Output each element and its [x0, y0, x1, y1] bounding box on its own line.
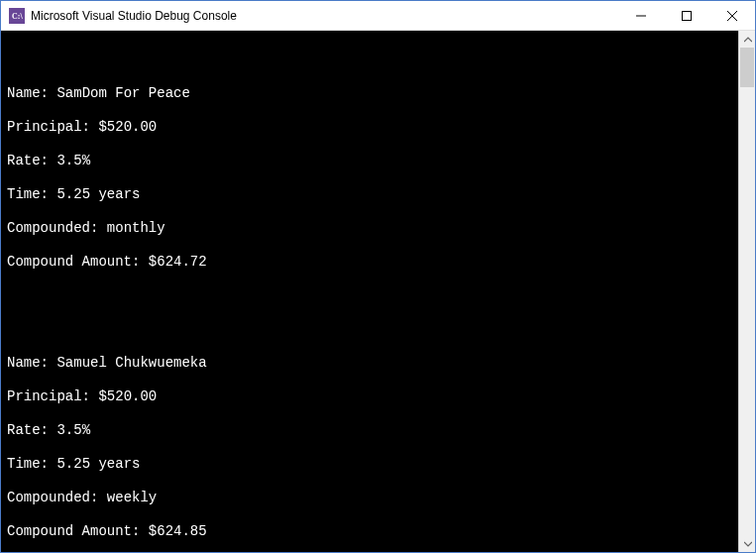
label-compounded: Compounded: — [7, 490, 107, 505]
output-line: Rate: 3.5% — [7, 422, 734, 439]
label-time: Time: — [7, 186, 56, 202]
minimize-button[interactable] — [618, 1, 664, 31]
label-compounded: Compounded: — [7, 220, 107, 236]
label-rate: Rate: — [7, 422, 56, 438]
output-line: Name: SamDom For Peace — [7, 85, 734, 102]
scroll-thumb[interactable] — [740, 48, 754, 87]
output-line: Time: 5.25 years — [7, 456, 734, 473]
value-name: Samuel Chukwuemeka — [56, 355, 206, 371]
output-line: Compound Amount: $624.85 — [7, 523, 734, 540]
console-area: Name: SamDom For Peace Principal: $520.0… — [1, 31, 755, 552]
label-amount: Compound Amount: — [7, 254, 149, 270]
close-button[interactable] — [709, 1, 755, 31]
app-vs-console-icon: C:\ — [9, 8, 25, 24]
output-line: Principal: $520.00 — [7, 388, 734, 405]
label-time: Time: — [7, 456, 56, 472]
output-line: Time: 5.25 years — [7, 186, 734, 203]
blank-line — [7, 287, 734, 304]
label-name: Name: — [7, 85, 56, 101]
label-rate: Rate: — [7, 153, 56, 168]
value-amount: $624.85 — [149, 523, 207, 539]
value-principal: $520.00 — [98, 388, 157, 404]
titlebar[interactable]: C:\ Microsoft Visual Studio Debug Consol… — [1, 1, 755, 31]
svg-rect-3 — [683, 11, 692, 20]
output-line: Compounded: weekly — [7, 490, 734, 506]
value-principal: $520.00 — [98, 119, 157, 135]
blank-line — [7, 321, 734, 338]
label-principal: Principal: — [7, 119, 98, 135]
blank-line — [7, 52, 734, 68]
scroll-down-arrow-icon[interactable] — [739, 535, 755, 552]
value-compounded: weekly — [107, 490, 157, 505]
maximize-button[interactable] — [664, 1, 709, 31]
value-time: 5.25 years — [56, 186, 140, 202]
value-time: 5.25 years — [56, 456, 140, 472]
label-principal: Principal: — [7, 388, 98, 404]
svg-text:C:\: C:\ — [12, 12, 23, 21]
value-name: SamDom For Peace — [56, 85, 189, 101]
window-title: Microsoft Visual Studio Debug Console — [31, 9, 237, 23]
label-amount: Compound Amount: — [7, 523, 149, 539]
value-rate: 3.5% — [56, 153, 90, 168]
console-output[interactable]: Name: SamDom For Peace Principal: $520.0… — [1, 31, 738, 552]
output-line: Compounded: monthly — [7, 220, 734, 237]
value-compounded: monthly — [107, 220, 165, 236]
output-line: Rate: 3.5% — [7, 153, 734, 169]
output-line: Compound Amount: $624.72 — [7, 254, 734, 271]
vertical-scrollbar[interactable] — [738, 31, 755, 552]
value-rate: 3.5% — [56, 422, 90, 438]
value-amount: $624.72 — [149, 254, 207, 270]
label-name: Name: — [7, 355, 56, 371]
output-line: Name: Samuel Chukwuemeka — [7, 355, 734, 372]
scroll-up-arrow-icon[interactable] — [739, 31, 755, 48]
console-window: C:\ Microsoft Visual Studio Debug Consol… — [0, 0, 756, 553]
output-line: Principal: $520.00 — [7, 119, 734, 136]
